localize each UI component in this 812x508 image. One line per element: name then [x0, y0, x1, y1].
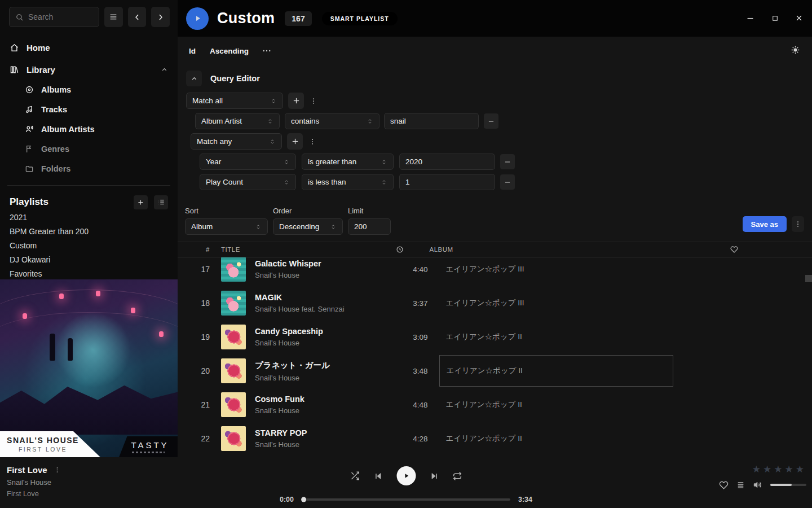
playlist-list-button[interactable] — [154, 195, 168, 209]
track-title[interactable]: Candy Spaceship — [255, 327, 394, 336]
track-album[interactable]: エイリアン☆ポップ II — [439, 389, 673, 421]
track-artist[interactable]: Snail's House feat. Sennzai — [255, 305, 394, 313]
sidebar-item-tracks[interactable]: Tracks — [0, 103, 178, 116]
track-title[interactable]: MAGIK — [255, 293, 394, 302]
track-artist[interactable]: Snail's House — [255, 440, 394, 449]
playlist-item-favorites[interactable]: Favorites — [0, 266, 178, 281]
next-track-button[interactable] — [430, 472, 439, 480]
rule-operator-select[interactable]: is greater than — [302, 154, 394, 170]
playlist-item-bpm[interactable]: BPM Greater than 200 — [0, 224, 178, 238]
search-input[interactable] — [28, 12, 93, 21]
play-playlist-button[interactable] — [186, 7, 209, 30]
rule-value-input[interactable] — [405, 178, 489, 186]
rule-field-select[interactable]: Album Artist — [195, 113, 280, 129]
track-album-cell[interactable]: エイリアン☆ポップ II — [439, 423, 673, 454]
star-icon[interactable]: ★ — [752, 463, 761, 475]
match-type-select[interactable]: Match any — [191, 133, 282, 150]
group-options-button[interactable] — [307, 133, 318, 150]
track-album-cell[interactable]: エイリアン☆ポップ II — [439, 321, 673, 353]
rating-stars[interactable]: ★★★★★ — [752, 463, 804, 475]
column-header-duration[interactable] — [377, 246, 411, 253]
now-playing-artwork[interactable]: SNAIL'S HOUSE FIRST LOVE TASTY — [0, 279, 178, 457]
match-type-select[interactable]: Match all — [186, 93, 283, 109]
scrollbar-thumb[interactable] — [805, 275, 812, 282]
order-select[interactable]: Descending — [273, 218, 343, 235]
add-playlist-button[interactable] — [134, 195, 148, 209]
sidebar-item-albums[interactable]: Albums — [0, 83, 178, 97]
nav-back-button[interactable] — [128, 7, 147, 27]
sort-field-button[interactable]: Id — [189, 47, 196, 55]
rule-operator-select[interactable]: is less than — [302, 174, 394, 190]
add-rule-button[interactable] — [288, 93, 304, 109]
sidebar-item-folders[interactable]: Folders — [0, 162, 178, 176]
remove-rule-button[interactable] — [500, 154, 515, 169]
volume-slider[interactable] — [770, 484, 806, 486]
repeat-button[interactable] — [453, 471, 462, 481]
track-album-cell[interactable]: エイリアン☆ポップ III — [439, 253, 673, 285]
settings-button[interactable] — [791, 45, 800, 55]
remove-rule-button[interactable] — [500, 174, 515, 190]
track-album[interactable]: エイリアン☆ポップ III — [439, 287, 673, 319]
sidebar-item-library[interactable]: Library — [0, 62, 178, 77]
table-row[interactable]: 20 プラネット・ガール Snail's House 3:48 エイリアン☆ポッ… — [178, 354, 812, 388]
seek-slider[interactable] — [302, 498, 510, 501]
seek-slider-thumb[interactable] — [301, 497, 306, 502]
track-artist[interactable]: Snail's House — [255, 374, 394, 382]
sort-direction-button[interactable]: Ascending — [210, 47, 249, 55]
star-icon[interactable]: ★ — [774, 463, 782, 475]
volume-button[interactable] — [753, 480, 763, 490]
save-as-button[interactable]: Save as — [743, 216, 787, 232]
nav-forward-button[interactable] — [151, 7, 170, 27]
play-pause-button[interactable] — [397, 466, 416, 485]
track-album-focused[interactable]: エイリアン☆ポップ II — [439, 355, 673, 387]
star-icon[interactable]: ★ — [785, 463, 793, 475]
window-maximize-button[interactable] — [769, 12, 780, 24]
playlist-item-2021[interactable]: 2021 — [0, 210, 178, 224]
track-artist[interactable]: Snail's House — [255, 406, 394, 415]
track-artist[interactable]: Snail's House — [255, 271, 394, 279]
star-icon[interactable]: ★ — [796, 463, 804, 475]
track-title[interactable]: Galactic Whisper — [255, 259, 394, 268]
track-title[interactable]: Cosmo Funk — [255, 395, 394, 404]
playlist-item-custom[interactable]: Custom — [0, 238, 178, 252]
chevron-up-icon[interactable] — [161, 66, 168, 73]
add-rule-button[interactable] — [287, 133, 303, 150]
track-album[interactable]: エイリアン☆ポップ II — [439, 321, 673, 353]
rule-value-input[interactable] — [405, 157, 489, 166]
rule-value-input[interactable] — [390, 117, 473, 125]
table-row[interactable]: 17 Galactic Whisper Snail's House 4:40 エ… — [178, 252, 812, 286]
rule-field-select[interactable]: Play Count — [200, 174, 296, 190]
column-header-album[interactable]: ALBUM — [422, 246, 656, 253]
track-album[interactable]: エイリアン☆ポップ III — [439, 253, 673, 285]
track-album-cell[interactable]: エイリアン☆ポップ III — [439, 287, 673, 319]
track-album-cell[interactable]: エイリアン☆ポップ II — [439, 355, 673, 387]
more-options-button[interactable] — [262, 46, 272, 56]
menu-button[interactable] — [104, 7, 123, 27]
limit-input[interactable] — [354, 222, 385, 231]
save-options-button[interactable] — [792, 216, 804, 232]
table-row[interactable]: 18 MAGIK Snail's House feat. Sennzai 3:3… — [178, 286, 812, 320]
table-row[interactable]: 19 Candy Spaceship Snail's House 3:09 エイ… — [178, 320, 812, 354]
remove-rule-button[interactable] — [484, 113, 498, 129]
sidebar-item-home[interactable]: Home — [0, 40, 178, 55]
search-box[interactable] — [9, 7, 99, 27]
rule-operator-select[interactable]: contains — [285, 113, 379, 129]
star-icon[interactable]: ★ — [763, 463, 771, 475]
column-header-favorite[interactable] — [656, 246, 812, 253]
collapse-query-editor-button[interactable] — [186, 71, 202, 86]
rule-field-select[interactable]: Year — [200, 154, 296, 170]
window-close-button[interactable] — [793, 12, 805, 24]
favorite-button[interactable] — [719, 480, 729, 490]
table-row[interactable]: 21 Cosmo Funk Snail's House 4:48 エイリアン☆ポ… — [178, 388, 812, 422]
sidebar-item-album-artists[interactable]: Album Artists — [0, 122, 178, 136]
group-options-button[interactable] — [308, 93, 319, 109]
track-album[interactable]: エイリアン☆ポップ II — [439, 423, 673, 454]
queue-button[interactable] — [736, 480, 745, 490]
now-playing-album[interactable]: First Love — [7, 489, 61, 498]
column-header-title[interactable]: TITLE — [221, 246, 377, 253]
now-playing-title[interactable]: First Love — [7, 465, 47, 475]
column-header-number[interactable]: # — [178, 246, 210, 253]
sort-select[interactable]: Album — [185, 218, 268, 235]
track-artist[interactable]: Snail's House — [255, 339, 394, 347]
now-playing-artist[interactable]: Snail's House — [7, 478, 61, 487]
